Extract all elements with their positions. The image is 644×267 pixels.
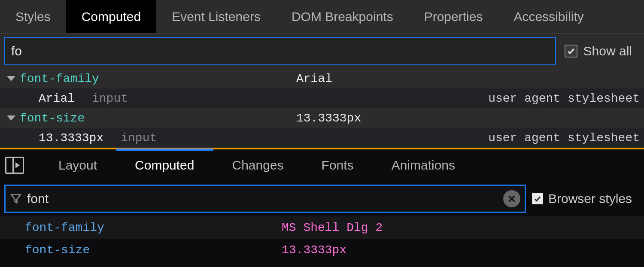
bottom-filter-box — [4, 185, 526, 213]
trace-value: 13.3333px — [39, 131, 103, 145]
clear-filter-button[interactable] — [503, 190, 520, 207]
trace-source[interactable]: user agent stylesheet — [488, 131, 644, 145]
tab-computed-2[interactable]: Computed — [116, 149, 213, 181]
tab-properties[interactable]: Properties — [409, 0, 498, 33]
computed-property-row[interactable]: font-family MS Shell Dlg 2 — [0, 216, 644, 239]
top-computed-properties: font-family Arial Arial input user agent… — [0, 69, 644, 148]
bottom-tabbar: Layout Computed Changes Fonts Animations — [0, 149, 644, 181]
close-icon — [507, 194, 516, 203]
filter-icon — [10, 193, 22, 205]
show-all-checkbox-wrap[interactable]: Show all — [565, 44, 640, 58]
disclosure-triangle-icon[interactable] — [7, 76, 15, 81]
tab-event-listeners[interactable]: Event Listeners — [156, 0, 276, 33]
tab-fonts[interactable]: Fonts — [303, 149, 373, 181]
bottom-devtools-panel: Layout Computed Changes Fonts Animations… — [0, 149, 644, 261]
top-filter-input[interactable] — [4, 37, 556, 65]
top-tabbar: Styles Computed Event Listeners DOM Brea… — [0, 0, 644, 33]
disclosure-triangle-icon[interactable] — [7, 115, 15, 121]
tab-changes[interactable]: Changes — [213, 149, 303, 181]
check-icon — [534, 195, 541, 203]
sidebar-toggle-icon[interactable] — [5, 157, 24, 174]
computed-property-row[interactable]: font-size 13.3333px — [0, 108, 644, 128]
show-all-checkbox[interactable] — [565, 45, 577, 58]
property-value: Arial — [296, 72, 332, 85]
trace-selector: input — [92, 92, 128, 105]
property-name: font-size — [25, 243, 90, 257]
browser-styles-label: Browser styles — [548, 191, 632, 206]
property-value: 13.3333px — [282, 243, 346, 257]
trace-selector: input — [121, 131, 157, 145]
tab-accessibility[interactable]: Accessibility — [498, 0, 599, 33]
tab-animations[interactable]: Animations — [373, 149, 474, 181]
computed-property-trace: Arial input user agent stylesheet — [0, 88, 644, 108]
check-icon — [567, 47, 575, 55]
show-all-label: Show all — [583, 44, 632, 58]
tab-layout[interactable]: Layout — [39, 149, 116, 181]
bottom-filter-row: Browser styles — [0, 181, 644, 216]
property-value: MS Shell Dlg 2 — [282, 221, 383, 234]
tab-styles[interactable]: Styles — [0, 0, 66, 33]
browser-styles-checkbox[interactable] — [532, 193, 543, 204]
tab-dom-breakpoints[interactable]: DOM Breakpoints — [276, 0, 409, 33]
computed-property-row[interactable]: font-size 13.3333px — [0, 239, 644, 261]
tab-computed[interactable]: Computed — [66, 0, 156, 33]
computed-property-trace: 13.3333px input user agent stylesheet — [0, 128, 644, 148]
bottom-filter-input[interactable] — [27, 191, 498, 206]
property-name: font-family — [20, 72, 99, 85]
top-filter-row: Show all — [0, 33, 644, 69]
trace-value: Arial — [39, 92, 75, 105]
trace-source[interactable]: user agent stylesheet — [488, 92, 644, 105]
top-devtools-panel: Styles Computed Event Listeners DOM Brea… — [0, 0, 644, 149]
bottom-computed-properties: font-family MS Shell Dlg 2 font-size 13.… — [0, 216, 644, 261]
property-name: font-size — [20, 112, 85, 125]
property-value: 13.3333px — [296, 112, 361, 125]
property-name: font-family — [25, 221, 104, 234]
browser-styles-checkbox-wrap[interactable]: Browser styles — [532, 191, 640, 206]
computed-property-row[interactable]: font-family Arial — [0, 69, 644, 88]
